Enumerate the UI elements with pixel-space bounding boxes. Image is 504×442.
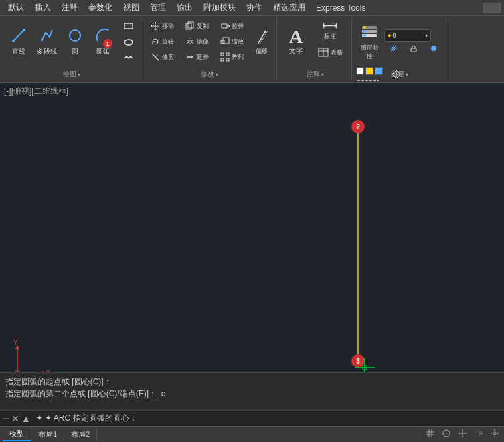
command-input-area[interactable]: ⋯ ✕ ▲ ✦ ✦ ARC 指定圆弧的圆心： — [0, 410, 504, 426]
menu-output[interactable]: 输出 — [171, 1, 198, 15]
status-icons — [424, 429, 501, 440]
viewport-label: [-][俯视][二维线框] — [4, 86, 68, 97]
svg-rect-18 — [226, 58, 229, 61]
ribbon-toolbar: 直线 多段线 圆 — [0, 16, 504, 83]
annotate-group: A 文字 标注 — [278, 17, 352, 80]
layers-group: 图层特性 ● 0 ▾ — [353, 17, 446, 80]
command-area: 指定圆弧的起点或 [圆心(C)]： 指定圆弧的第二个点或 [圆心(C)/端点(E… — [0, 372, 504, 426]
status-ortho-icon[interactable] — [456, 429, 469, 440]
circle-tool[interactable]: 圆 — [62, 19, 88, 64]
cmd-up-icon[interactable]: ▲ — [21, 413, 31, 424]
more-draw-tool[interactable] — [119, 51, 138, 66]
command-line-2: 指定圆弧的第二个点或 [圆心(C)/端点(E)]：_c — [5, 388, 499, 400]
cmd-dots-icon[interactable]: ⋯ — [3, 415, 9, 422]
menu-bar: 默认 插入 注释 参数化 视图 管理 输出 附加模块 协作 精选应用 Expre… — [0, 0, 504, 16]
dimension-tool[interactable]: 标注 — [313, 19, 347, 42]
svg-rect-31 — [411, 48, 416, 52]
point-2-marker: 2 — [351, 120, 365, 133]
tab-model[interactable]: 模型 — [3, 427, 31, 441]
layer-properties-tool[interactable]: 图层特性 — [356, 19, 383, 64]
lock-tool[interactable] — [404, 43, 423, 54]
svg-point-29 — [363, 30, 366, 33]
status-settings-icon[interactable] — [488, 429, 501, 440]
svg-point-2 — [23, 29, 25, 31]
svg-point-3 — [70, 30, 80, 41]
polyline-label: 多段线 — [37, 47, 57, 56]
svg-line-7 — [155, 54, 159, 58]
command-output: 指定圆弧的起点或 [圆心(C)]： 指定圆弧的第二个点或 [圆心(C)/端点(E… — [0, 373, 504, 410]
draw-group: 直线 多段线 圆 — [3, 17, 141, 80]
command-prompt: ✦ ✦ ARC 指定圆弧的圆心： — [36, 413, 137, 424]
svg-point-5 — [124, 40, 133, 45]
circle-label: 圆 — [72, 47, 78, 56]
svg-rect-15 — [221, 53, 224, 56]
offset-tool[interactable]: 偏移 — [250, 19, 274, 64]
menu-default[interactable]: 默认 — [3, 1, 29, 15]
ellipse-tool[interactable] — [119, 35, 138, 50]
text-tool[interactable]: A 文字 — [281, 19, 311, 64]
svg-rect-16 — [226, 53, 229, 56]
svg-point-28 — [363, 26, 366, 29]
cmd-close-icon[interactable]: ✕ — [11, 413, 19, 424]
draw-group-label[interactable]: 绘图 ▾ — [3, 70, 141, 79]
arc-tool[interactable]: 1 圆弧 — [90, 19, 116, 64]
rotate-tool[interactable]: 旋转 — [145, 34, 179, 49]
svg-rect-12 — [222, 24, 227, 28]
menu-insert[interactable]: 插入 — [29, 1, 56, 15]
trim-tool[interactable]: 修剪 — [145, 50, 179, 64]
line-label: 直线 — [12, 47, 25, 56]
layer-dropdown[interactable]: ● 0 ▾ — [384, 29, 431, 42]
svg-line-0 — [13, 30, 24, 41]
rect-tool[interactable] — [119, 19, 138, 33]
svg-rect-4 — [124, 23, 133, 29]
svg-point-30 — [363, 34, 366, 37]
extend-tool[interactable]: 延伸 — [180, 50, 214, 64]
status-polar-icon[interactable] — [472, 429, 485, 440]
svg-point-53 — [446, 433, 447, 434]
array-tool[interactable]: 阵列 — [215, 50, 248, 64]
svg-rect-8 — [186, 23, 191, 29]
command-line-1: 指定圆弧的起点或 [圆心(C)]： — [5, 376, 499, 388]
status-snap-icon[interactable] — [440, 429, 453, 440]
copy-tool[interactable]: 复制 — [180, 19, 214, 33]
scale-tool[interactable]: 缩放 — [215, 34, 248, 49]
tab-layout2[interactable]: 布局2 — [64, 428, 97, 441]
menu-express[interactable]: Express Tools — [311, 2, 371, 14]
mirror-tool[interactable]: 镜像 — [180, 34, 214, 49]
svg-point-1 — [12, 40, 15, 42]
table-tool[interactable]: 表格 — [313, 43, 347, 62]
layers-group-label[interactable]: 图层 ▾ — [353, 70, 446, 79]
line-tool[interactable]: 直线 — [5, 19, 32, 64]
draw-row1: 直线 多段线 圆 — [5, 19, 138, 66]
freeze-tool[interactable] — [384, 43, 403, 54]
arc-badge: 1 — [103, 39, 112, 48]
annotate-group-label[interactable]: 注释 ▾ — [278, 70, 351, 79]
arc-label: 圆弧 — [96, 47, 110, 56]
menu-view[interactable]: 视图 — [118, 1, 145, 15]
menu-annotate[interactable]: 注释 — [56, 1, 83, 15]
menu-manage[interactable]: 管理 — [145, 1, 171, 15]
status-grid-icon[interactable] — [424, 429, 437, 440]
menu-addins[interactable]: 附加模块 — [198, 1, 241, 15]
menu-collaborate[interactable]: 协作 — [241, 1, 268, 15]
command-input[interactable] — [140, 414, 501, 423]
polyline-tool[interactable]: 多段线 — [33, 19, 60, 64]
menu-featured[interactable]: 精选应用 — [268, 1, 311, 15]
stretch-tool[interactable]: 拉伸 — [215, 19, 248, 33]
svg-text:Y: Y — [13, 340, 18, 346]
menu-parametric[interactable]: 参数化 — [83, 1, 118, 15]
tab-layout1[interactable]: 布局1 — [31, 428, 64, 441]
svg-rect-9 — [188, 22, 193, 28]
modify-group: 移动 旋转 修剪 复制 — [143, 17, 277, 80]
app: 默认 插入 注释 参数化 视图 管理 输出 附加模块 协作 精选应用 Expre… — [0, 0, 504, 442]
svg-rect-17 — [221, 58, 224, 61]
status-bar: 模型 布局1 布局2 — [0, 426, 504, 442]
svg-point-57 — [493, 432, 496, 435]
svg-point-32 — [431, 46, 436, 51]
window-control[interactable] — [483, 3, 501, 13]
move-tool[interactable]: 移动 — [145, 19, 179, 33]
main-area: [-][俯视][二维线框] 2 3 — [0, 83, 504, 442]
modify-group-label[interactable]: 修改 ▾ — [143, 70, 276, 79]
color-tool[interactable] — [424, 43, 443, 54]
